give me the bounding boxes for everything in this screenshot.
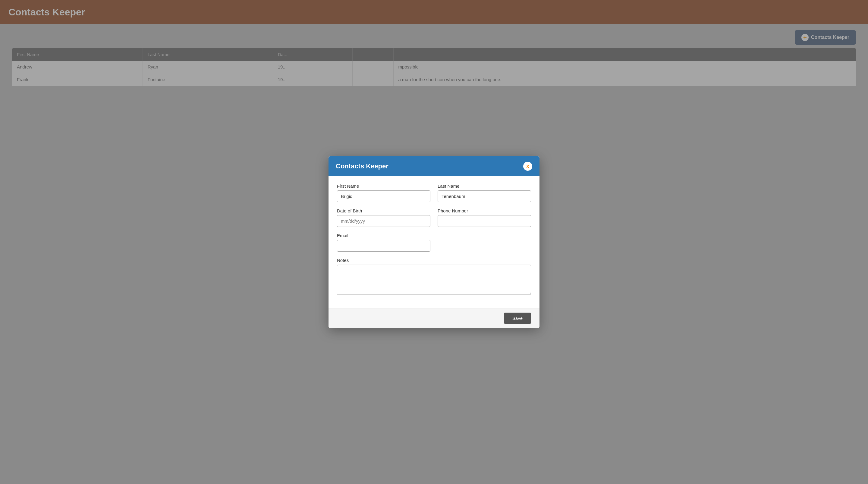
email-row: Email xyxy=(337,233,531,252)
last-name-label: Last Name xyxy=(438,183,531,189)
first-name-group: First Name xyxy=(337,183,430,202)
phone-group: Phone Number xyxy=(438,208,531,227)
last-name-input[interactable] xyxy=(438,191,531,202)
phone-input[interactable] xyxy=(438,215,531,227)
email-label: Email xyxy=(337,233,430,238)
modal-overlay: Contacts Keeper x First Name Last Name D… xyxy=(0,0,868,484)
email-input[interactable] xyxy=(337,240,430,252)
dob-group: Date of Birth xyxy=(337,208,430,227)
notes-group: Notes xyxy=(337,258,531,295)
save-button[interactable]: Save xyxy=(504,313,531,324)
first-name-label: First Name xyxy=(337,183,430,189)
email-group: Email xyxy=(337,233,430,252)
contact-modal: Contacts Keeper x First Name Last Name D… xyxy=(329,156,539,328)
modal-header: Contacts Keeper x xyxy=(329,156,539,176)
modal-close-button[interactable]: x xyxy=(523,162,532,171)
notes-label: Notes xyxy=(337,258,531,263)
modal-title: Contacts Keeper xyxy=(336,162,389,170)
notes-row: Notes xyxy=(337,258,531,295)
modal-footer: Save xyxy=(329,308,539,328)
notes-input[interactable] xyxy=(337,265,531,295)
dob-label: Date of Birth xyxy=(337,208,430,213)
dob-phone-row: Date of Birth Phone Number xyxy=(337,208,531,227)
phone-label: Phone Number xyxy=(438,208,531,213)
last-name-group: Last Name xyxy=(438,183,531,202)
name-row: First Name Last Name xyxy=(337,183,531,202)
dob-input[interactable] xyxy=(337,215,430,227)
modal-body: First Name Last Name Date of Birth Phone… xyxy=(329,176,539,308)
first-name-input[interactable] xyxy=(337,191,430,202)
